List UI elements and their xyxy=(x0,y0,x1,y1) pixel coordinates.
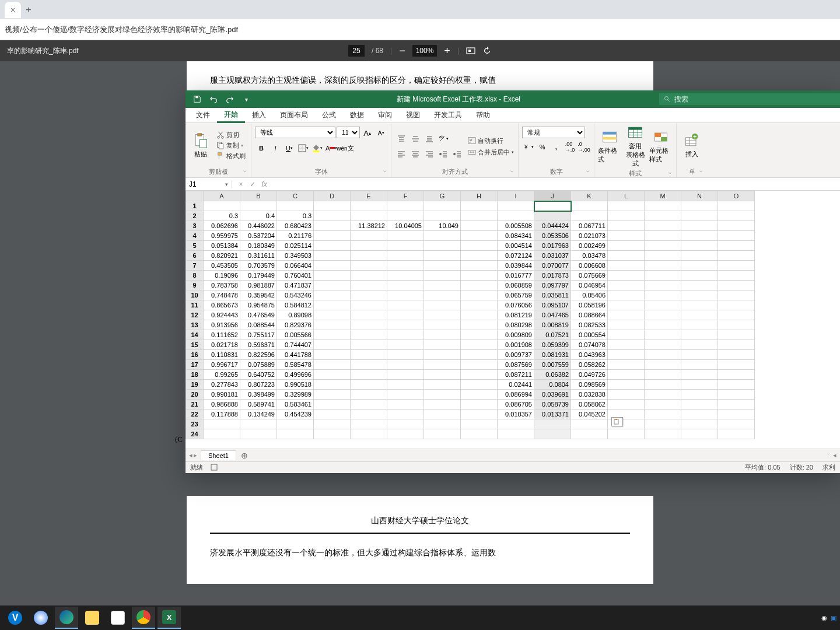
cell[interactable] xyxy=(424,360,461,370)
cell[interactable]: 0.058196 xyxy=(571,300,608,310)
cell[interactable]: 0.755117 xyxy=(240,330,277,340)
cell[interactable] xyxy=(461,410,498,419)
row-header[interactable]: 2 xyxy=(186,211,204,221)
cell[interactable]: 11.38212 xyxy=(351,221,387,231)
cell[interactable]: 0.031037 xyxy=(534,251,571,261)
row-header[interactable]: 21 xyxy=(186,400,204,410)
cell[interactable] xyxy=(351,390,387,400)
cell[interactable] xyxy=(424,261,461,271)
cell[interactable] xyxy=(608,261,645,271)
cell[interactable] xyxy=(681,201,718,211)
cell[interactable] xyxy=(645,221,681,231)
cell[interactable] xyxy=(461,419,498,429)
cell[interactable] xyxy=(314,429,351,439)
row-header[interactable]: 9 xyxy=(186,281,204,290)
column-header[interactable]: B xyxy=(240,191,277,201)
row-header[interactable]: 7 xyxy=(186,261,204,271)
wrap-text-button[interactable]: abc自动换行 xyxy=(466,136,516,146)
cell[interactable]: 0.059399 xyxy=(534,340,571,350)
cell[interactable]: 0.311611 xyxy=(240,251,277,261)
cell[interactable]: 0.19096 xyxy=(204,271,240,281)
cell[interactable] xyxy=(645,330,681,340)
cell[interactable] xyxy=(681,390,718,400)
cell[interactable] xyxy=(718,390,755,400)
cell[interactable] xyxy=(461,330,498,340)
cell[interactable] xyxy=(461,350,498,360)
cell[interactable] xyxy=(351,340,387,350)
cell[interactable] xyxy=(424,390,461,400)
column-header[interactable]: G xyxy=(424,191,461,201)
cell[interactable] xyxy=(314,320,351,330)
cell[interactable]: 0.046954 xyxy=(571,281,608,290)
cell[interactable]: 0.277843 xyxy=(204,380,240,390)
column-header[interactable]: E xyxy=(351,191,387,201)
row-header[interactable]: 19 xyxy=(186,380,204,390)
cell[interactable]: 0.584812 xyxy=(277,300,314,310)
cell[interactable] xyxy=(608,310,645,320)
cell[interactable] xyxy=(608,400,645,410)
cell[interactable] xyxy=(314,390,351,400)
cell[interactable] xyxy=(424,330,461,340)
cell[interactable] xyxy=(351,370,387,380)
cell[interactable]: 0.045202 xyxy=(571,410,608,419)
cell[interactable]: 0.062696 xyxy=(204,221,240,231)
cell[interactable] xyxy=(424,201,461,211)
row-header[interactable]: 18 xyxy=(186,370,204,380)
cell[interactable] xyxy=(718,300,755,310)
cell[interactable]: 0.021073 xyxy=(571,231,608,241)
tray-icon[interactable]: ◉ xyxy=(821,614,827,622)
cell[interactable]: 0.03478 xyxy=(571,251,608,261)
cell[interactable] xyxy=(608,300,645,310)
cell[interactable] xyxy=(645,211,681,221)
cell[interactable]: 0.081931 xyxy=(534,350,571,360)
cell[interactable]: 0.004514 xyxy=(498,241,534,251)
cell[interactable] xyxy=(645,310,681,320)
cell[interactable]: 0.807223 xyxy=(240,380,277,390)
cell[interactable] xyxy=(681,360,718,370)
cell[interactable] xyxy=(498,211,534,221)
cell[interactable]: 0.009737 xyxy=(498,350,534,360)
column-header[interactable]: C xyxy=(277,191,314,201)
font-color-button[interactable]: A▾ xyxy=(325,142,338,155)
accounting-format-icon[interactable]: ¥▾ xyxy=(522,141,535,153)
new-tab-button[interactable]: + xyxy=(26,5,31,15)
row-header[interactable]: 20 xyxy=(186,390,204,400)
cell[interactable] xyxy=(387,290,424,300)
column-header[interactable]: J xyxy=(534,191,571,201)
cell[interactable] xyxy=(608,251,645,261)
cell[interactable] xyxy=(351,261,387,271)
cell[interactable]: 0.99265 xyxy=(204,370,240,380)
cell[interactable] xyxy=(608,290,645,300)
cell[interactable] xyxy=(351,201,387,211)
undo-icon[interactable] xyxy=(206,92,220,106)
cell[interactable] xyxy=(461,340,498,350)
cell[interactable] xyxy=(314,271,351,281)
cell[interactable] xyxy=(681,320,718,330)
cell[interactable] xyxy=(314,340,351,350)
cell[interactable]: 0.086994 xyxy=(498,390,534,400)
conditional-format-button[interactable]: 条件格式 xyxy=(598,124,621,168)
cell[interactable] xyxy=(681,419,718,429)
cell[interactable] xyxy=(461,261,498,271)
tab-developer[interactable]: 开发工具 xyxy=(427,108,469,123)
insert-cells-button[interactable]: 插入 xyxy=(680,124,704,166)
align-center-icon[interactable] xyxy=(409,148,422,160)
zoom-in-button[interactable]: + xyxy=(444,45,450,57)
insert-function-icon[interactable]: fx xyxy=(259,180,270,188)
cell[interactable] xyxy=(718,370,755,380)
name-box-dropdown-icon[interactable]: ▾ xyxy=(225,181,228,187)
cell[interactable] xyxy=(351,241,387,251)
cell[interactable] xyxy=(718,241,755,251)
cell[interactable] xyxy=(461,400,498,410)
cell[interactable]: 0.822596 xyxy=(240,350,277,360)
cell[interactable] xyxy=(314,330,351,340)
system-tray[interactable]: ◉ ▣ xyxy=(821,614,836,622)
column-header[interactable]: O xyxy=(718,191,755,201)
row-header[interactable]: 11 xyxy=(186,300,204,310)
cell[interactable]: 0.760401 xyxy=(277,271,314,281)
cell[interactable]: 0.074078 xyxy=(571,340,608,350)
cell[interactable]: 0.025114 xyxy=(277,241,314,251)
cell[interactable] xyxy=(351,290,387,300)
cell[interactable]: 0.088544 xyxy=(240,320,277,330)
cell[interactable] xyxy=(461,380,498,390)
